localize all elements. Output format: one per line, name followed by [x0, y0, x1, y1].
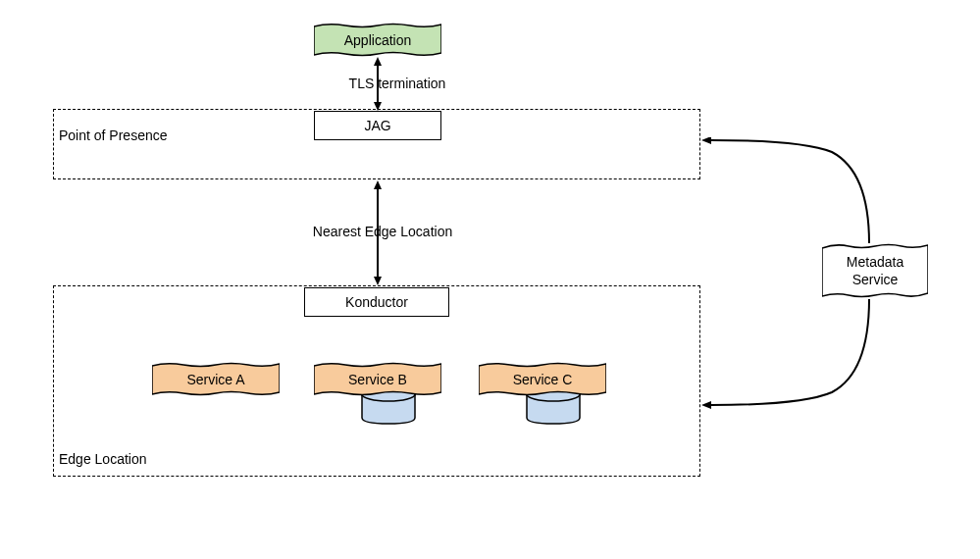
svg-marker-4 — [374, 180, 382, 189]
svg-marker-11 — [701, 401, 711, 409]
svg-marker-1 — [374, 57, 382, 66]
arrow-jag-konductor — [373, 180, 383, 285]
service-c-label: Service C — [513, 372, 573, 387]
edge-label: Edge Location — [59, 451, 147, 467]
pop-label: Point of Presence — [59, 127, 168, 143]
metadata-label: Metadata Service — [847, 253, 903, 288]
application-box: Application — [314, 23, 441, 57]
arrow-metadata-edge — [699, 294, 876, 412]
jag-box: JAG — [314, 111, 441, 140]
tls-label: TLS termination — [329, 76, 466, 91]
konductor-box: Konductor — [304, 287, 449, 317]
service-b-box: Service B — [314, 362, 441, 396]
jag-label: JAG — [364, 118, 390, 133]
service-b-label: Service B — [348, 372, 407, 387]
nearest-label: Nearest Edge Location — [294, 224, 471, 239]
application-label: Application — [344, 32, 412, 48]
service-a-label: Service A — [186, 372, 244, 387]
service-a-box: Service A — [152, 362, 280, 396]
arrow-app-jag — [373, 57, 383, 111]
svg-marker-10 — [701, 137, 711, 144]
svg-marker-5 — [374, 277, 382, 285]
service-c-box: Service C — [479, 362, 606, 396]
arrow-metadata-pop — [699, 137, 876, 255]
konductor-label: Konductor — [345, 294, 408, 310]
